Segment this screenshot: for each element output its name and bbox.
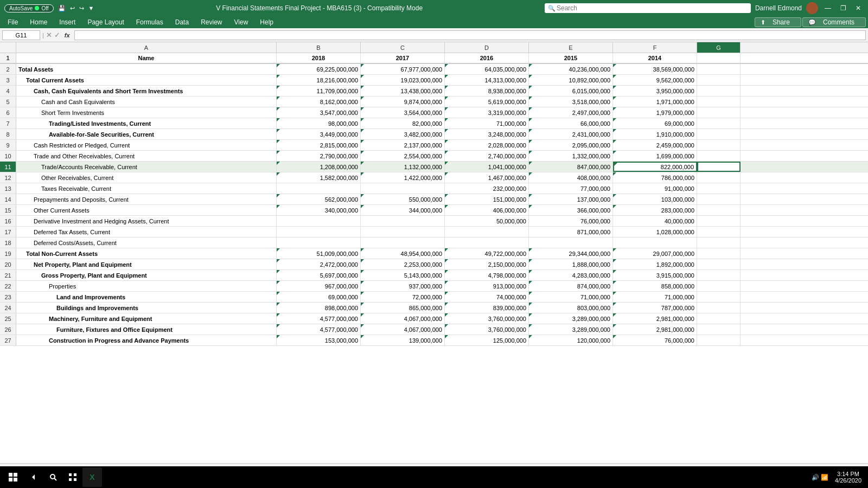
cell-name[interactable]: Taxes Receivable, Current bbox=[16, 183, 277, 194]
cell-f[interactable]: 9,562,000,000 bbox=[613, 75, 697, 85]
cell-name[interactable]: Gross Property, Plant and Equipment bbox=[16, 270, 277, 280]
cell-d[interactable]: 232,000,000 bbox=[445, 183, 529, 194]
ribbon-tab-pagelayout[interactable]: Page Layout bbox=[82, 17, 129, 27]
cell-g[interactable] bbox=[697, 97, 741, 107]
cell-name[interactable]: Total Non-Current Assets bbox=[16, 248, 277, 259]
cell-f[interactable]: 1,979,000,000 bbox=[613, 107, 697, 118]
undo-icon[interactable]: ↩ bbox=[70, 5, 75, 12]
cancel-formula-icon[interactable]: ✕ bbox=[46, 31, 52, 39]
search-box[interactable]: 🔍 bbox=[545, 3, 751, 13]
cell-d[interactable] bbox=[445, 237, 529, 248]
cell-b[interactable] bbox=[277, 237, 361, 248]
cell-name[interactable]: Furniture, Fixtures and Office Equipment bbox=[16, 324, 277, 335]
cell-c[interactable] bbox=[361, 237, 445, 248]
cell-b[interactable] bbox=[277, 227, 361, 237]
confirm-formula-icon[interactable]: ✓ bbox=[54, 31, 60, 39]
cell-d[interactable]: 50,000,000 bbox=[445, 216, 529, 226]
cell-name[interactable]: Net Property, Plant and Equipment bbox=[16, 259, 277, 269]
cell-name[interactable]: Cash and Cash Equivalents bbox=[16, 97, 277, 107]
save-icon[interactable]: 💾 bbox=[58, 5, 66, 12]
cell-b[interactable]: 3,449,000,000 bbox=[277, 129, 361, 139]
cell-d[interactable]: 3,760,000,000 bbox=[445, 324, 529, 335]
cell-name[interactable]: Other Receivables, Current bbox=[16, 172, 277, 183]
cell-b[interactable]: 98,000,000 bbox=[277, 118, 361, 129]
cell-d[interactable]: 151,000,000 bbox=[445, 194, 529, 204]
search-taskbar-button[interactable] bbox=[43, 467, 63, 487]
cell-g[interactable] bbox=[697, 140, 741, 150]
cell-e[interactable]: 847,000,000 bbox=[529, 162, 613, 172]
cell-d[interactable]: 3,760,000,000 bbox=[445, 313, 529, 324]
formula-input[interactable] bbox=[74, 30, 866, 40]
cell-e[interactable]: 871,000,000 bbox=[529, 227, 613, 237]
cell-c[interactable]: 2,253,000,000 bbox=[361, 259, 445, 269]
cell-d[interactable]: 8,938,000,000 bbox=[445, 86, 529, 96]
cell-b[interactable]: 2,472,000,000 bbox=[277, 259, 361, 269]
cell-c[interactable]: 9,874,000,000 bbox=[361, 97, 445, 107]
cell-d[interactable]: 74,000,000 bbox=[445, 292, 529, 302]
cell-d[interactable]: 913,000,000 bbox=[445, 281, 529, 291]
cell-g[interactable] bbox=[697, 205, 741, 215]
cell-d[interactable]: 2,150,000,000 bbox=[445, 259, 529, 269]
cell-c[interactable]: 82,000,000 bbox=[361, 118, 445, 129]
col-header-b[interactable]: B bbox=[277, 42, 361, 53]
cell-g[interactable] bbox=[697, 248, 741, 259]
share-button[interactable]: ⬆ Share bbox=[755, 17, 801, 27]
cell-name[interactable]: Trade/Accounts Receivable, Current bbox=[16, 162, 277, 172]
cell-e[interactable]: 4,283,000,000 bbox=[529, 270, 613, 280]
cell-g[interactable] bbox=[697, 227, 741, 237]
cell-name[interactable]: Derivative Investment and Hedging Assets… bbox=[16, 216, 277, 226]
cell-f[interactable]: 29,007,000,000 bbox=[613, 248, 697, 259]
cell-b[interactable]: 967,000,000 bbox=[277, 281, 361, 291]
cell-c[interactable] bbox=[361, 216, 445, 226]
ribbon-tab-view[interactable]: View bbox=[229, 17, 254, 27]
cell-g[interactable] bbox=[697, 107, 741, 118]
cell-g[interactable] bbox=[697, 303, 741, 313]
customize-icon[interactable]: ▼ bbox=[88, 5, 94, 11]
cell-e[interactable]: 137,000,000 bbox=[529, 194, 613, 204]
cell-f[interactable]: 1,971,000,000 bbox=[613, 97, 697, 107]
cell-e[interactable]: 2,431,000,000 bbox=[529, 129, 613, 139]
cell-c[interactable]: 4,067,000,000 bbox=[361, 313, 445, 324]
ribbon-tab-help[interactable]: Help bbox=[254, 17, 279, 27]
ribbon-tab-file[interactable]: File bbox=[2, 17, 23, 27]
cell-c[interactable]: 3,564,000,000 bbox=[361, 107, 445, 118]
cell-c[interactable]: 48,954,000,000 bbox=[361, 248, 445, 259]
cell-name[interactable]: Construction in Progress and Advance Pay… bbox=[16, 335, 277, 345]
cell-g[interactable] bbox=[697, 151, 741, 161]
cell-f[interactable]: 1,892,000,000 bbox=[613, 259, 697, 269]
cell-e[interactable]: 3,518,000,000 bbox=[529, 97, 613, 107]
cell-g[interactable] bbox=[697, 183, 741, 194]
header-2014[interactable]: 2014 bbox=[613, 53, 697, 63]
cell-c[interactable]: 5,143,000,000 bbox=[361, 270, 445, 280]
cell-e[interactable]: 803,000,000 bbox=[529, 303, 613, 313]
cell-name[interactable]: Deferred Tax Assets, Current bbox=[16, 227, 277, 237]
cell-d[interactable]: 2,740,000,000 bbox=[445, 151, 529, 161]
cell-d[interactable]: 71,000,000 bbox=[445, 118, 529, 129]
cell-g[interactable] bbox=[697, 162, 741, 172]
cell-c[interactable] bbox=[361, 227, 445, 237]
cell-e[interactable]: 71,000,000 bbox=[529, 292, 613, 302]
cell-d[interactable]: 1,467,000,000 bbox=[445, 172, 529, 183]
cell-f[interactable]: 2,459,000,000 bbox=[613, 140, 697, 150]
comments-button[interactable]: 💬 Comments bbox=[802, 17, 866, 27]
header-2018[interactable]: 2018 bbox=[277, 53, 361, 63]
cell-name[interactable]: Land and Improvements bbox=[16, 292, 277, 302]
restore-button[interactable]: ❐ bbox=[838, 3, 848, 14]
cell-b[interactable]: 8,162,000,000 bbox=[277, 97, 361, 107]
cell-b[interactable]: 2,815,000,000 bbox=[277, 140, 361, 150]
cell-d[interactable]: 14,313,000,000 bbox=[445, 75, 529, 85]
cell-f[interactable]: 3,915,000,000 bbox=[613, 270, 697, 280]
cell-d[interactable]: 64,035,000,000 bbox=[445, 64, 529, 74]
cell-e[interactable] bbox=[529, 237, 613, 248]
cell-name[interactable]: Buildings and Improvements bbox=[16, 303, 277, 313]
cell-g[interactable] bbox=[697, 281, 741, 291]
cell-b[interactable] bbox=[277, 183, 361, 194]
cell-e[interactable]: 1,888,000,000 bbox=[529, 259, 613, 269]
cell-e[interactable]: 29,344,000,000 bbox=[529, 248, 613, 259]
cell-d[interactable]: 4,798,000,000 bbox=[445, 270, 529, 280]
redo-icon[interactable]: ↪ bbox=[79, 5, 84, 12]
cell-f[interactable]: 787,000,000 bbox=[613, 303, 697, 313]
cell-name[interactable]: Properties bbox=[16, 281, 277, 291]
cell-name[interactable]: Short Term Investments bbox=[16, 107, 277, 118]
cell-d[interactable]: 3,248,000,000 bbox=[445, 129, 529, 139]
